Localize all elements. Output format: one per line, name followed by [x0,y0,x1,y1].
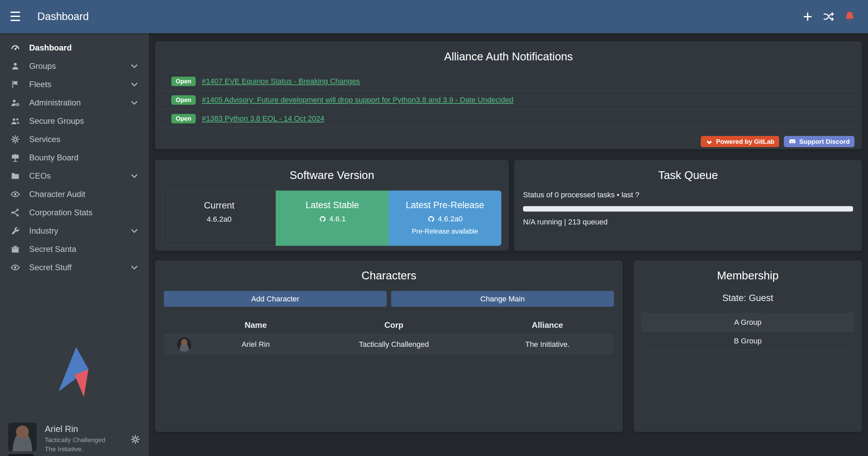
gear-icon [10,134,20,144]
latest-stable-value: 4.6.1 [319,215,346,223]
characters-actions: Add Character Change Main [164,291,614,307]
latest-stable-label: Latest Stable [306,200,359,211]
notification-link[interactable]: #1405 Advisory: Future development will … [202,96,513,104]
sidebar-item-label: Secure Groups [29,116,84,126]
sidebar-item-dashboard[interactable]: Dashboard [0,39,149,57]
change-main-button[interactable]: Change Main [391,291,614,307]
list-item: A Group [641,313,854,332]
character-name: Ariel Rin [205,340,307,349]
user-alliance: The Initiative. [45,445,105,453]
notifications-list: Open #1407 EVE Equinox Status - Breaking… [155,72,862,128]
gitlab-badge-label: Powered by GitLab [716,138,774,145]
sidebar-item-corporation-stats[interactable]: Corporation Stats [0,203,149,222]
users-icon [10,116,20,126]
character-alliance: The Initiative. [481,340,614,349]
membership-state: State: Guest [634,291,862,313]
latest-stable-box: Latest Stable 4.6.1 [276,191,388,246]
column-header-corp: Corp [307,320,481,330]
github-icon [319,215,326,223]
notification-row: Open #1383 Python 3.8 EOL - 14 Oct 2024 [155,109,862,128]
gift-icon [10,244,20,254]
sidebar-item-label: CEOs [29,171,51,181]
membership-card: Membership State: Guest A Group B Group [634,260,862,432]
table-header-row: Name Corp Alliance [164,316,614,335]
sidebar-nav: Dashboard Groups Fleets Administration S… [0,33,149,277]
eye-icon [10,189,20,199]
sidebar-user-panel: Ariel Rin Tactically Challenged The Init… [0,419,149,456]
task-queue-body: Status of 0 processed tasks • last ? N/A… [514,191,862,226]
bell-icon[interactable] [844,11,856,23]
sidebar-item-label: Industry [29,226,58,236]
notification-link[interactable]: #1407 EVE Equinox Status - Breaking Chan… [202,77,360,86]
discord-badge[interactable]: Support Discord [784,136,854,147]
notification-link[interactable]: #1383 Python 3.8 EOL - 14 Oct 2024 [202,114,324,123]
chevron-down-icon [130,172,139,180]
footer-badges: Powered by GitLab Support Discord [162,136,854,147]
sidebar-item-bounty-board[interactable]: Bounty Board [0,148,149,167]
sidebar-item-ceos[interactable]: CEOs [0,167,149,185]
chevron-down-icon [130,98,139,107]
user-avatar [8,423,37,451]
sidebar-item-secure-groups[interactable]: Secure Groups [0,112,149,130]
sidebar-item-character-audit[interactable]: Character Audit [0,185,149,203]
user-corp: Tactically Challenged [45,436,105,444]
notifications-card: Alliance Auth Notifications Open #1407 E… [155,41,862,149]
discord-badge-label: Support Discord [799,138,850,145]
sidebar-item-label: Administration [29,98,81,107]
sidebar-item-groups[interactable]: Groups [0,57,149,75]
sidebar-item-fleets[interactable]: Fleets [0,75,149,94]
notification-row: Open #1407 EVE Equinox Status - Breaking… [155,72,862,91]
software-version-title: Software Version [155,160,509,191]
corp-logo-avatar [8,454,34,456]
sidebar-item-label: Secret Stuff [29,263,72,272]
software-version-card: Software Version Current 4.6.2a0 Latest … [155,160,509,251]
characters-table: Name Corp Alliance Ariel Rin Tactically … [164,316,614,354]
topbar-actions: + [802,11,856,23]
top-navbar: ☰ Dashboard + [0,0,868,33]
page-title: Dashboard [37,11,89,23]
character-avatar [177,337,191,352]
alliance-auth-logo [48,345,101,403]
status-badge: Open [171,95,196,105]
gitlab-icon [706,138,713,145]
task-queue-card: Task Queue Status of 0 processed tasks •… [514,160,862,251]
membership-group-list: A Group B Group [641,313,854,350]
sidebar-item-label: Services [29,135,60,144]
chevron-down-icon [130,226,139,235]
sidebar-item-label: Character Audit [29,190,85,199]
add-character-button[interactable]: Add Character [164,291,387,307]
folder-icon [10,171,20,181]
sidebar-item-services[interactable]: Services [0,130,149,148]
user-avatar-stack [8,423,37,456]
latest-stable-version-text: 4.6.1 [329,215,346,223]
shuffle-icon[interactable] [823,11,835,23]
latest-prerelease-box: Latest Pre-Release 4.6.2a0 Pre-Release a… [389,191,501,246]
settings-gear-icon[interactable] [130,434,141,445]
membership-title: Membership [634,260,862,291]
chevron-down-icon [130,62,139,71]
users-gear-icon [10,98,20,108]
gitlab-badge[interactable]: Powered by GitLab [701,136,779,147]
latest-prerelease-version-text: 4.6.2a0 [438,215,463,223]
github-icon [427,215,435,223]
notifications-title: Alliance Auth Notifications [155,41,862,72]
column-header-name: Name [205,320,307,330]
sidebar-item-industry[interactable]: Industry [0,222,149,240]
sidebar-item-secret-stuff[interactable]: Secret Stuff [0,258,149,277]
sidebar-item-label: Dashboard [29,43,72,53]
industry-icon [10,226,20,236]
sidebar-item-secret-santa[interactable]: Secret Santa [0,240,149,258]
latest-prerelease-label: Latest Pre-Release [406,200,484,211]
user-meta: Ariel Rin Tactically Challenged The Init… [45,423,105,453]
add-icon[interactable]: + [802,11,814,23]
sidebar-item-label: Bounty Board [29,153,78,162]
main-content: Alliance Auth Notifications Open #1407 E… [149,33,868,456]
chevron-down-icon [130,80,139,89]
task-queue-status: Status of 0 processed tasks • last ? [523,191,853,199]
sidebar-item-label: Fleets [29,80,51,89]
task-queue-counts: N/A running | 213 queued [523,218,853,226]
gauge-icon [10,43,20,53]
sidebar-item-label: Corporation Stats [29,208,93,217]
hamburger-menu-icon[interactable]: ☰ [9,9,28,24]
sidebar-item-administration[interactable]: Administration [0,94,149,112]
